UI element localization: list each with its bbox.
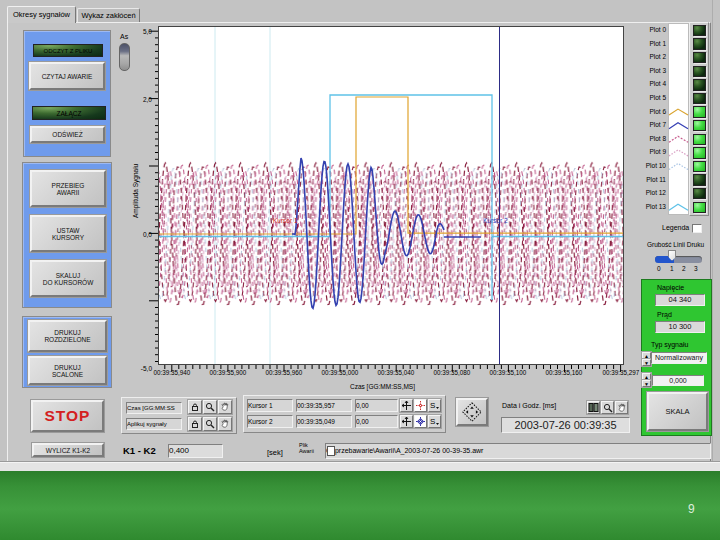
svg-text:Kursor 2: Kursor 2 bbox=[483, 217, 508, 224]
svg-text:Kursor 1: Kursor 1 bbox=[273, 217, 298, 224]
svg-text:S: S bbox=[430, 417, 435, 426]
svg-text:S: S bbox=[430, 401, 435, 410]
